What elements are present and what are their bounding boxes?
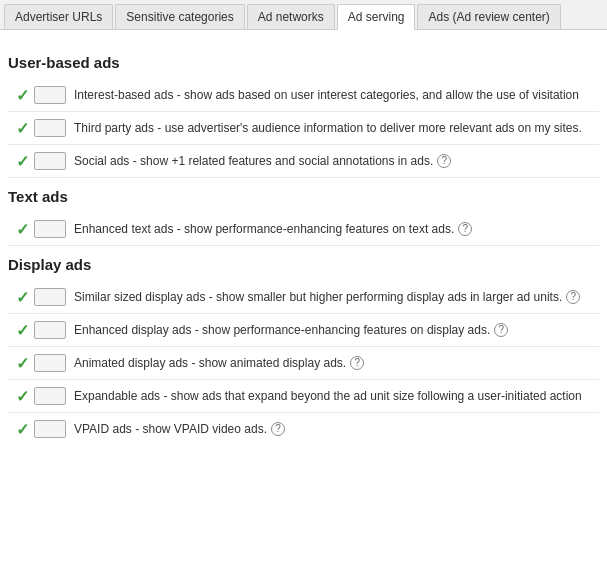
checkbox-area-2-4: ✓	[12, 419, 66, 439]
toggle-1-0[interactable]	[34, 220, 66, 238]
ad-label-2-3: Expandable ads - show ads that expand be…	[74, 388, 582, 405]
tab-ads-ad-review-center-[interactable]: Ads (Ad review center)	[417, 4, 560, 29]
checkmark-icon-0-2[interactable]: ✓	[12, 151, 32, 171]
help-icon-2-0[interactable]: ?	[566, 290, 580, 304]
ad-item-0-2: ✓Social ads - show +1 related features a…	[8, 145, 599, 178]
ad-label-2-1: Enhanced display ads - show performance-…	[74, 322, 508, 339]
help-icon-1-0[interactable]: ?	[458, 222, 472, 236]
ad-item-2-2: ✓Animated display ads - show animated di…	[8, 347, 599, 380]
tab-advertiser-urls[interactable]: Advertiser URLs	[4, 4, 113, 29]
checkbox-area-0-2: ✓	[12, 151, 66, 171]
ad-label-0-0: Interest-based ads - show ads based on u…	[74, 87, 579, 104]
toggle-2-2[interactable]	[34, 354, 66, 372]
checkbox-area-2-3: ✓	[12, 386, 66, 406]
toggle-0-1[interactable]	[34, 119, 66, 137]
ad-item-2-1: ✓Enhanced display ads - show performance…	[8, 314, 599, 347]
tab-ad-networks[interactable]: Ad networks	[247, 4, 335, 29]
ad-label-0-2: Social ads - show +1 related features an…	[74, 153, 451, 170]
checkmark-icon-2-3[interactable]: ✓	[12, 386, 32, 406]
ad-item-0-0: ✓Interest-based ads - show ads based on …	[8, 79, 599, 112]
toggle-2-3[interactable]	[34, 387, 66, 405]
checkbox-area-2-1: ✓	[12, 320, 66, 340]
ad-item-2-3: ✓Expandable ads - show ads that expand b…	[8, 380, 599, 413]
toggle-0-0[interactable]	[34, 86, 66, 104]
ad-item-2-4: ✓VPAID ads - show VPAID video ads.?	[8, 413, 599, 445]
checkbox-area-0-1: ✓	[12, 118, 66, 138]
tab-ad-serving[interactable]: Ad serving	[337, 4, 416, 30]
ad-label-2-0: Similar sized display ads - show smaller…	[74, 289, 580, 306]
help-icon-2-2[interactable]: ?	[350, 356, 364, 370]
help-icon-2-4[interactable]: ?	[271, 422, 285, 436]
checkmark-icon-2-2[interactable]: ✓	[12, 353, 32, 373]
help-icon-2-1[interactable]: ?	[494, 323, 508, 337]
section-title-1: Text ads	[8, 188, 599, 205]
ad-label-2-4: VPAID ads - show VPAID video ads.?	[74, 421, 285, 438]
checkmark-icon-0-1[interactable]: ✓	[12, 118, 32, 138]
ad-item-1-0: ✓Enhanced text ads - show performance-en…	[8, 213, 599, 246]
section-title-2: Display ads	[8, 256, 599, 273]
checkbox-area-1-0: ✓	[12, 219, 66, 239]
checkmark-icon-2-4[interactable]: ✓	[12, 419, 32, 439]
toggle-2-0[interactable]	[34, 288, 66, 306]
ad-label-0-1: Third party ads - use advertiser's audie…	[74, 120, 582, 137]
checkmark-icon-2-0[interactable]: ✓	[12, 287, 32, 307]
ad-label-2-2: Animated display ads - show animated dis…	[74, 355, 364, 372]
help-icon-0-2[interactable]: ?	[437, 154, 451, 168]
ad-label-1-0: Enhanced text ads - show performance-enh…	[74, 221, 472, 238]
section-title-0: User-based ads	[8, 54, 599, 71]
tab-sensitive-categories[interactable]: Sensitive categories	[115, 4, 244, 29]
tab-bar: Advertiser URLsSensitive categoriesAd ne…	[0, 0, 607, 30]
checkmark-icon-0-0[interactable]: ✓	[12, 85, 32, 105]
ad-item-0-1: ✓Third party ads - use advertiser's audi…	[8, 112, 599, 145]
checkmark-icon-2-1[interactable]: ✓	[12, 320, 32, 340]
checkbox-area-0-0: ✓	[12, 85, 66, 105]
checkmark-icon-1-0[interactable]: ✓	[12, 219, 32, 239]
toggle-2-1[interactable]	[34, 321, 66, 339]
checkbox-area-2-0: ✓	[12, 287, 66, 307]
toggle-0-2[interactable]	[34, 152, 66, 170]
toggle-2-4[interactable]	[34, 420, 66, 438]
checkbox-area-2-2: ✓	[12, 353, 66, 373]
ad-item-2-0: ✓Similar sized display ads - show smalle…	[8, 281, 599, 314]
main-content: User-based ads✓Interest-based ads - show…	[0, 30, 607, 453]
